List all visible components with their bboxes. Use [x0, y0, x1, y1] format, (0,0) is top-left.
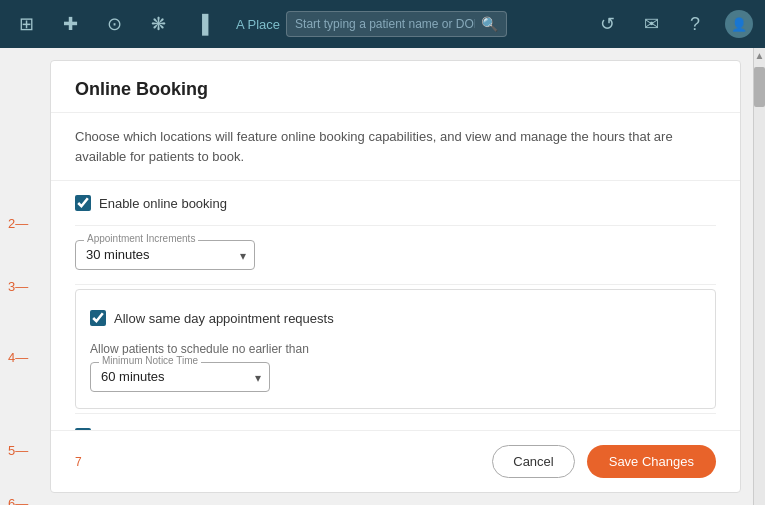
- search-box[interactable]: 🔍: [286, 11, 507, 37]
- online-booking-panel: Online Booking Choose which locations wi…: [50, 60, 741, 493]
- appointment-increments-label: Appointment Increments: [84, 233, 198, 244]
- scrollbar-thumb[interactable]: [754, 67, 765, 107]
- annotation-5: 5—: [0, 443, 50, 458]
- panel-title: Online Booking: [75, 79, 716, 100]
- min-notice-select[interactable]: 60 minutes 30 minutes 120 minutes 24 hou…: [101, 369, 259, 384]
- search-input[interactable]: [295, 17, 475, 31]
- appointment-increments-row: Appointment Increments 30 minutes 15 min…: [75, 226, 716, 284]
- search-area: A Place 🔍: [236, 11, 507, 37]
- nav-right-icons: ↺ ✉ ? 👤: [593, 10, 753, 38]
- annotation-2: 2—: [0, 216, 50, 231]
- panel-footer: 7 Cancel Save Changes: [51, 430, 740, 492]
- place-label: A Place: [236, 17, 280, 32]
- allow-same-day-label: Allow same day appointment requests: [114, 311, 334, 326]
- annotation-6: 6—: [0, 496, 50, 505]
- allow-same-day-checkbox[interactable]: [90, 310, 106, 326]
- scrollbar[interactable]: ▲: [753, 48, 765, 505]
- panel-title-row: Online Booking: [51, 61, 740, 113]
- appointment-increments-select[interactable]: 30 minutes 15 minutes 60 minutes: [86, 247, 244, 262]
- scroll-up-arrow[interactable]: ▲: [754, 48, 765, 63]
- enable-booking-label: Enable online booking: [99, 196, 227, 211]
- shield-icon[interactable]: ❋: [144, 13, 172, 35]
- min-notice-field-label: Minimum Notice Time: [99, 355, 201, 366]
- panel-body: Enable online booking Appointment Increm…: [51, 181, 740, 430]
- annotation-7: 7: [75, 455, 82, 469]
- enable-booking-checkbox[interactable]: [75, 195, 91, 211]
- annotation-column: 2— 3— 4— 5— 6—: [0, 48, 50, 505]
- min-notice-dropdown[interactable]: Minimum Notice Time 60 minutes 30 minute…: [90, 362, 270, 392]
- save-changes-button[interactable]: Save Changes: [587, 445, 716, 478]
- plus-icon[interactable]: ✚: [56, 13, 84, 35]
- enable-booking-row: Enable online booking: [75, 181, 716, 225]
- cancel-button[interactable]: Cancel: [492, 445, 574, 478]
- dollar-icon[interactable]: ⊙: [100, 13, 128, 35]
- top-navigation: ⊞ ✚ ⊙ ❋ ▐ A Place 🔍 ↺ ✉ ? 👤: [0, 0, 765, 48]
- main-content: 2— 3— 4— 5— 6— Online Booking Choose whi…: [0, 48, 765, 505]
- panel-description: Choose which locations will feature onli…: [75, 127, 716, 166]
- search-icon: 🔍: [481, 16, 498, 32]
- appointment-increments-dropdown[interactable]: Appointment Increments 30 minutes 15 min…: [75, 240, 255, 270]
- avatar[interactable]: 👤: [725, 10, 753, 38]
- chart-icon[interactable]: ▐: [188, 14, 216, 35]
- annotation-3: 3—: [0, 279, 50, 294]
- panel-description-row: Choose which locations will feature onli…: [51, 113, 740, 181]
- grid-icon[interactable]: ⊞: [12, 13, 40, 35]
- help-icon[interactable]: ?: [681, 14, 709, 35]
- annotation-4: 4—: [0, 350, 50, 365]
- allow-same-day-row: Allow same day appointment requests: [90, 300, 701, 332]
- same-day-section: Allow same day appointment requests Allo…: [75, 289, 716, 409]
- history-icon[interactable]: ↺: [593, 13, 621, 35]
- mail-icon[interactable]: ✉: [637, 13, 665, 35]
- self-pay-row: Accept self-pay only (no insurance): [75, 414, 716, 430]
- min-notice-description: Allow patients to schedule no earlier th…: [90, 342, 701, 356]
- min-notice-row: Allow patients to schedule no earlier th…: [90, 332, 701, 398]
- panel-wrapper: Online Booking Choose which locations wi…: [50, 48, 753, 505]
